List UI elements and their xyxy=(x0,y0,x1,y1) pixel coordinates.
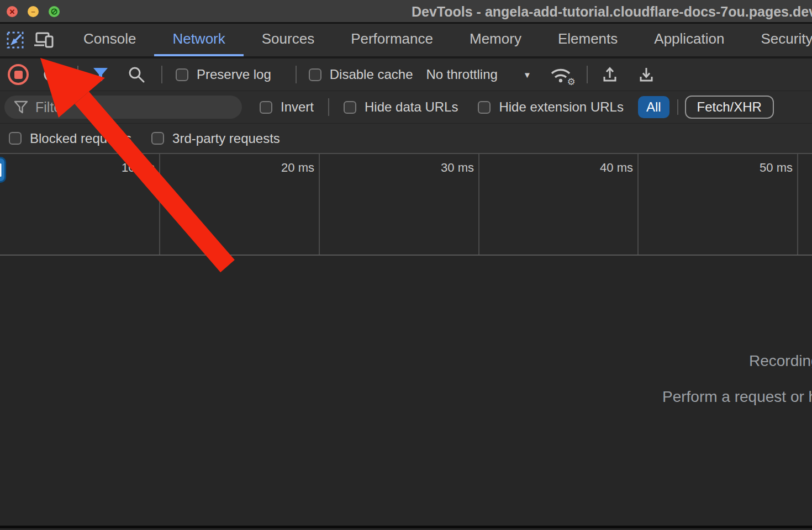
disable-cache-checkbox[interactable] xyxy=(309,68,321,81)
filter-separator xyxy=(328,98,329,116)
timeline-gridline: 50 ms xyxy=(797,154,798,255)
titlebar: ✕ − ⊘ DevTools - angela-add-tutorial.clo… xyxy=(0,0,812,24)
toolbar-separator xyxy=(77,66,78,83)
invert-checkbox-group[interactable]: Invert xyxy=(260,99,314,115)
timeline-tick-label: 10 ms xyxy=(122,161,155,175)
hide-extension-urls-checkbox-group[interactable]: Hide extension URLs xyxy=(478,99,623,115)
search-button[interactable] xyxy=(128,66,145,83)
throttling-selected-value: No throttling xyxy=(426,67,497,82)
filter-chip-all[interactable]: All xyxy=(638,96,669,118)
download-icon xyxy=(637,66,655,83)
filter-separator xyxy=(677,99,678,115)
timeline-tick-label: 40 ms xyxy=(600,161,633,175)
import-har-button[interactable] xyxy=(601,66,619,83)
timeline-tick-label: 20 ms xyxy=(281,161,314,175)
blocked-requests-label[interactable]: Blocked requests xyxy=(30,131,131,146)
hide-data-urls-label[interactable]: Hide data URLs xyxy=(365,99,458,115)
tab-memory[interactable]: Memory xyxy=(451,24,540,56)
timeline-gridline: 10 ms xyxy=(159,154,160,255)
window-title: DevTools - angela-add-tutorial.cloudflar… xyxy=(412,0,812,24)
recording-hint-text: Recording network activity… xyxy=(749,352,812,370)
minimize-window-button[interactable]: − xyxy=(28,6,39,17)
timeline-gridline: 30 ms xyxy=(478,154,479,255)
hide-extension-urls-label[interactable]: Hide extension URLs xyxy=(499,99,623,115)
clear-network-log-button[interactable] xyxy=(43,67,59,82)
network-conditions-button[interactable]: ⚙ xyxy=(549,66,572,83)
window-controls: ✕ − ⊘ xyxy=(7,6,60,17)
preserve-log-checkbox-group[interactable]: Preserve log xyxy=(176,67,271,82)
clear-icon xyxy=(43,67,59,82)
gear-icon: ⚙ xyxy=(567,77,576,87)
tab-security[interactable]: Security xyxy=(743,24,812,56)
throttling-dropdown[interactable]: No throttling ▼ xyxy=(426,67,531,82)
disable-cache-checkbox-group[interactable]: Disable cache xyxy=(309,67,413,82)
timeline-tick-label: 50 ms xyxy=(760,161,793,175)
timeline-tick-label: 30 ms xyxy=(441,161,474,175)
requests-empty-area: Recording network activity… Perform a re… xyxy=(0,256,812,526)
perform-request-hint-text: Perform a request or hit ⌘ R to record t… xyxy=(662,388,812,406)
tab-console[interactable]: Console xyxy=(65,24,154,56)
overview-window-resizer-handle[interactable] xyxy=(0,157,6,183)
dropdown-arrow-icon: ▼ xyxy=(523,70,531,80)
search-icon xyxy=(128,66,145,83)
hide-data-urls-checkbox[interactable] xyxy=(344,101,356,114)
inspect-cursor-icon xyxy=(6,30,25,50)
tab-performance[interactable]: Performance xyxy=(333,24,451,56)
zoom-window-button[interactable]: ⊘ xyxy=(49,6,60,17)
toolbar-separator xyxy=(587,66,588,83)
disable-cache-label[interactable]: Disable cache xyxy=(330,67,413,82)
close-window-button[interactable]: ✕ xyxy=(7,6,18,17)
tab-application[interactable]: Application xyxy=(636,24,742,56)
filter-funnel-icon xyxy=(92,67,109,82)
third-party-requests-label[interactable]: 3rd-party requests xyxy=(172,131,280,146)
window-bottom-edge xyxy=(0,526,812,528)
filter-input[interactable] xyxy=(35,99,218,115)
hide-data-urls-checkbox-group[interactable]: Hide data URLs xyxy=(344,99,458,115)
toolbar-separator xyxy=(296,66,297,83)
third-party-requests-checkbox-group[interactable]: 3rd-party requests xyxy=(151,131,280,146)
third-party-requests-checkbox[interactable] xyxy=(151,132,164,145)
hide-extension-urls-checkbox[interactable] xyxy=(478,101,491,114)
timeline-gridline: 40 ms xyxy=(637,154,639,255)
filter-chip-fetch-xhr[interactable]: Fetch/XHR xyxy=(685,96,774,119)
request-filters-row: Blocked requests 3rd-party requests xyxy=(0,124,812,153)
invert-label[interactable]: Invert xyxy=(281,99,314,115)
blocked-requests-checkbox-group[interactable]: Blocked requests xyxy=(9,131,131,146)
tab-sources[interactable]: Sources xyxy=(244,24,333,56)
export-har-button[interactable] xyxy=(637,66,655,83)
toggle-device-toolbar-button[interactable] xyxy=(33,24,55,56)
devtools-tabbar: Console Network Sources Performance Memo… xyxy=(0,24,812,59)
device-toolbar-icon xyxy=(33,31,55,50)
upload-icon xyxy=(601,66,619,83)
preserve-log-checkbox[interactable] xyxy=(176,68,188,81)
tab-network[interactable]: Network xyxy=(154,24,243,56)
tab-elements[interactable]: Elements xyxy=(540,24,636,56)
inspect-element-button[interactable] xyxy=(6,24,25,56)
network-filter-bar: Invert Hide data URLs Hide extension URL… xyxy=(0,91,812,124)
network-overview-timeline: 10 ms 20 ms 30 ms 40 ms 50 ms xyxy=(0,153,812,256)
toolbar-separator xyxy=(161,66,162,83)
filter-input-container[interactable] xyxy=(4,96,242,119)
network-toolbar: Preserve log Disable cache No throttling… xyxy=(0,59,812,91)
timeline-gridline: 20 ms xyxy=(319,154,320,255)
filter-funnel-outline-icon xyxy=(13,99,29,115)
record-stop-icon xyxy=(14,71,23,79)
preserve-log-label[interactable]: Preserve log xyxy=(197,67,271,82)
record-network-log-button[interactable] xyxy=(8,64,29,85)
invert-checkbox[interactable] xyxy=(260,101,272,114)
blocked-requests-checkbox[interactable] xyxy=(9,132,22,145)
panel-tabs: Console Network Sources Performance Memo… xyxy=(65,24,812,56)
filter-toggle-button[interactable] xyxy=(92,67,109,82)
